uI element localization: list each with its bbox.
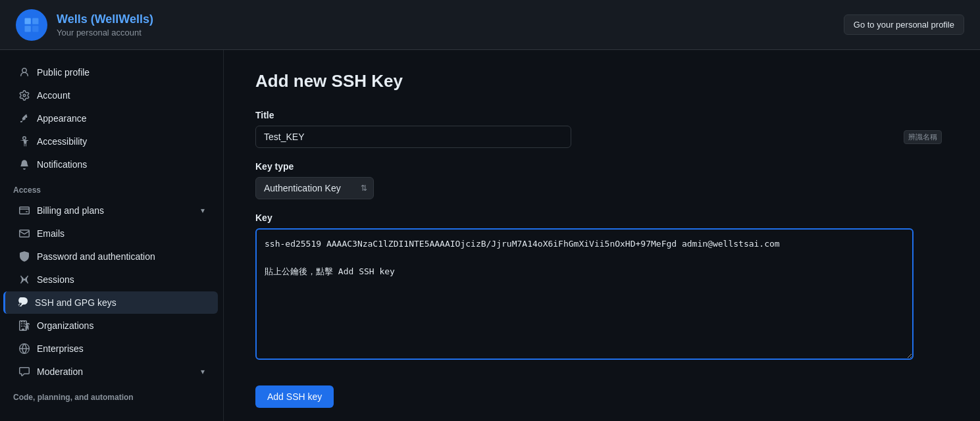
user-subtitle: Your personal account [57, 28, 153, 37]
svg-rect-1 [32, 18, 38, 24]
header-user-info: Wells (WellWells) Your personal account [16, 9, 153, 41]
person-icon [18, 66, 30, 78]
sidebar-item-label: Password and authentication [37, 251, 155, 262]
sidebar-item-emails[interactable]: Emails [5, 222, 218, 245]
svg-rect-3 [32, 26, 38, 32]
sidebar-item-label: Notifications [37, 159, 87, 170]
key-textarea[interactable]: ssh-ed25519 AAAAC3NzaC1lZDI1NTE5AAAAIOjc… [255, 228, 914, 360]
key-label: Key [255, 212, 948, 223]
sidebar-item-notifications[interactable]: Notifications [5, 153, 218, 176]
sidebar-item-organizations[interactable]: Organizations [5, 314, 218, 337]
sidebar-item-label: Organizations [37, 320, 93, 331]
sidebar-item-label: Enterprises [37, 343, 84, 354]
title-label: Title [255, 110, 948, 120]
accessibility-icon [18, 136, 30, 147]
svg-rect-2 [25, 26, 31, 32]
sidebar-item-label: SSH and GPG keys [35, 297, 116, 308]
main-content: Add new SSH Key Title 辨識名稱 Key type Auth… [224, 50, 980, 421]
title-input-badge: 辨識名稱 [904, 130, 942, 144]
title-input-wrapper: 辨識名稱 [255, 126, 948, 148]
sidebar-item-label: Accessibility [37, 136, 87, 147]
org-icon [18, 320, 30, 332]
sidebar-item-label: Moderation [37, 366, 83, 377]
sidebar-item-ssh-gpg[interactable]: SSH and GPG keys [3, 291, 218, 314]
sidebar-item-label: Appearance [37, 113, 87, 124]
user-name: Wells (WellWells) [57, 12, 153, 26]
sidebar-item-label: Billing and plans [37, 205, 104, 216]
bell-icon [18, 159, 30, 170]
gear-icon [18, 89, 30, 101]
key-type-select[interactable]: Authentication Key Signing Key [255, 177, 374, 199]
radio-icon [18, 274, 30, 285]
shield-icon [18, 251, 30, 262]
title-input[interactable] [255, 126, 571, 148]
key-icon [16, 297, 28, 309]
code-section-label: Code, planning, and automation [0, 384, 223, 406]
access-section-label: Access [0, 176, 223, 199]
key-type-form-group: Key type Authentication Key Signing Key … [255, 161, 948, 199]
page-title: Add new SSH Key [255, 71, 948, 91]
key-type-label: Key type [255, 161, 948, 172]
key-type-select-wrapper: Authentication Key Signing Key ⇅ [255, 177, 374, 199]
avatar [16, 9, 47, 41]
chevron-down-icon: ▾ [201, 206, 205, 215]
mail-icon [18, 228, 30, 239]
sidebar-item-appearance[interactable]: Appearance [5, 107, 218, 130]
globe-icon [18, 343, 30, 355]
key-form-group: Key ssh-ed25519 AAAAC3NzaC1lZDI1NTE5AAAA… [255, 212, 948, 362]
sidebar-item-sessions[interactable]: Sessions [5, 268, 218, 291]
sidebar-item-moderation[interactable]: Moderation ▾ [5, 360, 218, 383]
sidebar-item-account[interactable]: Account [5, 84, 218, 107]
title-form-group: Title 辨識名稱 [255, 110, 948, 148]
sidebar-item-label: Public profile [37, 67, 90, 78]
brush-icon [18, 112, 30, 124]
sidebar-item-billing[interactable]: Billing and plans ▾ [5, 199, 218, 222]
sidebar-item-password-auth[interactable]: Password and authentication [5, 245, 218, 268]
app-header: Wells (WellWells) Your personal account … [0, 0, 980, 50]
sidebar-item-label: Emails [37, 228, 64, 239]
key-textarea-wrapper: ssh-ed25519 AAAAC3NzaC1lZDI1NTE5AAAAIOjc… [255, 228, 948, 362]
chevron-down-icon: ▾ [201, 367, 205, 376]
sidebar-item-label: Sessions [37, 274, 74, 285]
comment-icon [18, 366, 30, 378]
add-ssh-key-button[interactable]: Add SSH key [255, 385, 334, 408]
sidebar-item-enterprises[interactable]: Enterprises [5, 337, 218, 360]
svg-rect-0 [25, 18, 31, 24]
sidebar: Public profile Account Appearance [0, 50, 224, 421]
credit-card-icon [18, 205, 30, 216]
user-details: Wells (WellWells) Your personal account [57, 12, 153, 37]
sidebar-item-label: Account [37, 90, 70, 101]
sidebar-item-accessibility[interactable]: Accessibility [5, 130, 218, 153]
go-to-profile-button[interactable]: Go to your personal profile [844, 14, 964, 35]
sidebar-item-public-profile[interactable]: Public profile [5, 61, 218, 84]
